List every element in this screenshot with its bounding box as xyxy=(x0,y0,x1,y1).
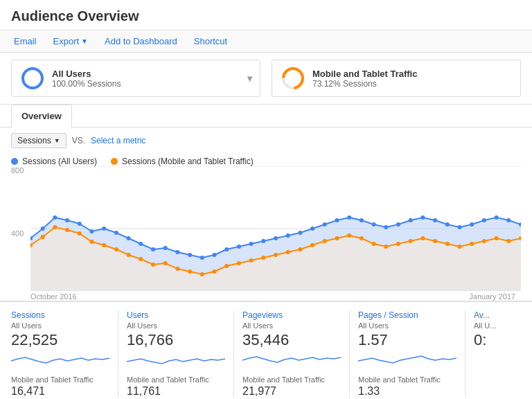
x-label-jan: January 2017 xyxy=(469,292,515,301)
mobile-tablet-segment[interactable]: Mobile and Tablet Traffic 73.12% Session… xyxy=(272,60,521,97)
x-label-oct: October 2016 xyxy=(30,292,77,301)
export-button[interactable]: Export ▼ xyxy=(51,35,91,48)
svg-point-58 xyxy=(139,257,143,261)
svg-point-27 xyxy=(261,239,265,243)
stat-users: Users All Users 16,766 Mobile and Tablet… xyxy=(118,310,234,398)
stat-pages-session-sublabel: All Users xyxy=(358,321,456,330)
page-title: Audience Overview xyxy=(0,0,532,30)
all-users-icon xyxy=(20,66,45,91)
vs-text: VS. xyxy=(72,136,85,145)
svg-point-10 xyxy=(53,215,57,220)
svg-point-87 xyxy=(495,236,499,240)
main-chart xyxy=(30,166,521,291)
stat-sessions-sublabel: All Users xyxy=(11,321,109,330)
sessions-select[interactable]: Sessions ▼ xyxy=(11,133,66,148)
stat-pageviews-sublabel2: Mobile and Tablet Traffic xyxy=(242,375,341,384)
svg-point-18 xyxy=(151,247,155,251)
email-button[interactable]: Email xyxy=(11,35,39,48)
svg-point-32 xyxy=(323,222,327,227)
stat-users-sublabel: All Users xyxy=(127,321,225,330)
svg-point-57 xyxy=(127,253,131,257)
stat-sessions: Sessions All Users 22,525 Mobile and Tab… xyxy=(11,310,118,398)
svg-point-16 xyxy=(127,236,131,240)
svg-point-26 xyxy=(249,242,254,246)
mobile-dot xyxy=(111,158,118,165)
mobile-tablet-icon xyxy=(281,66,305,91)
stat-sessions-mini-chart xyxy=(11,351,109,371)
controls-row: Sessions ▼ VS. Select a metric xyxy=(0,127,532,154)
shortcut-button[interactable]: Shortcut xyxy=(191,35,230,48)
svg-point-17 xyxy=(139,242,143,246)
svg-point-36 xyxy=(372,222,376,227)
segments-row: All Users 100.00% Sessions ▼ Mobile and … xyxy=(0,53,532,105)
svg-point-67 xyxy=(249,258,254,263)
svg-point-83 xyxy=(445,242,450,246)
stat-avg: Av... All U... 0: xyxy=(466,310,521,398)
svg-point-29 xyxy=(286,233,290,238)
stat-users-sublabel2: Mobile and Tablet Traffic xyxy=(127,375,225,384)
stat-users-mini-chart xyxy=(127,351,225,371)
svg-point-31 xyxy=(310,227,314,231)
add-to-dashboard-button[interactable]: Add to Dashboard xyxy=(102,35,180,48)
stat-pages-session-sublabel2: Mobile and Tablet Traffic xyxy=(358,375,456,384)
svg-point-65 xyxy=(224,264,229,268)
stat-pageviews-value2: 21,977 xyxy=(242,385,341,398)
svg-point-51 xyxy=(53,225,57,229)
stat-avg-sublabel: All U... xyxy=(474,321,513,330)
svg-point-63 xyxy=(200,272,204,276)
svg-point-50 xyxy=(41,235,45,239)
svg-point-44 xyxy=(470,222,474,227)
svg-point-66 xyxy=(237,261,241,265)
stat-pageviews-label[interactable]: Pageviews xyxy=(242,310,341,320)
svg-point-46 xyxy=(495,215,499,220)
stat-sessions-value: 22,525 xyxy=(11,331,109,349)
svg-point-78 xyxy=(384,245,388,249)
chart-area: 800 400 xyxy=(0,166,532,301)
svg-point-61 xyxy=(175,267,179,271)
svg-point-45 xyxy=(482,218,486,222)
svg-point-11 xyxy=(65,218,69,222)
stat-avg-label[interactable]: Av... xyxy=(474,310,513,320)
mobile-tablet-sub: 73.12% Sessions xyxy=(312,79,417,89)
stat-pageviews-sublabel: All Users xyxy=(242,321,341,330)
stat-pages-session-label[interactable]: Pages / Session xyxy=(358,310,456,320)
all-users-sub: 100.00% Sessions xyxy=(52,79,121,89)
svg-point-19 xyxy=(163,246,168,250)
tabs-row: Overview xyxy=(0,105,532,127)
svg-point-56 xyxy=(114,247,118,251)
tab-overview[interactable]: Overview xyxy=(11,105,72,127)
svg-point-22 xyxy=(200,256,204,260)
mobile-tablet-label: Mobile and Tablet Traffic xyxy=(312,69,417,79)
svg-point-85 xyxy=(470,242,474,246)
select-metric-link[interactable]: Select a metric xyxy=(91,136,145,145)
stat-sessions-sublabel2: Mobile and Tablet Traffic xyxy=(11,375,109,384)
svg-point-52 xyxy=(65,228,69,232)
stat-sessions-label[interactable]: Sessions xyxy=(11,310,109,320)
svg-point-82 xyxy=(433,239,437,243)
svg-point-30 xyxy=(298,231,302,235)
svg-point-21 xyxy=(188,253,192,257)
stat-pages-session-mini-chart xyxy=(358,351,456,371)
legend-row: Sessions (All Users) Sessions (Mobile an… xyxy=(0,154,532,166)
svg-point-70 xyxy=(286,250,290,254)
segment-chevron-icon: ▼ xyxy=(245,73,254,84)
stat-pageviews-mini-chart xyxy=(242,351,341,371)
toolbar: Email Export ▼ Add to Dashboard Shortcut xyxy=(0,30,532,53)
svg-point-39 xyxy=(409,218,413,222)
svg-point-15 xyxy=(114,231,118,235)
stats-row: Sessions All Users 22,525 Mobile and Tab… xyxy=(0,301,532,399)
svg-point-20 xyxy=(175,250,179,254)
svg-point-43 xyxy=(457,225,461,229)
svg-point-41 xyxy=(433,218,437,222)
legend-all-users-label: Sessions (All Users) xyxy=(22,157,97,166)
svg-point-25 xyxy=(237,245,241,249)
svg-point-76 xyxy=(360,236,364,240)
svg-point-14 xyxy=(102,227,106,231)
all-users-segment[interactable]: All Users 100.00% Sessions ▼ xyxy=(11,60,260,97)
stat-users-label[interactable]: Users xyxy=(127,310,225,320)
svg-point-13 xyxy=(89,229,94,233)
svg-point-64 xyxy=(212,269,216,274)
svg-point-34 xyxy=(347,215,351,220)
export-chevron-icon: ▼ xyxy=(81,37,88,45)
x-axis-labels: October 2016 January 2017 xyxy=(30,291,521,301)
